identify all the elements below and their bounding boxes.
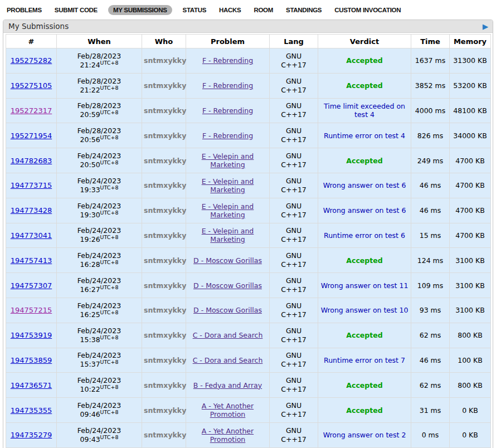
submission-id-link[interactable]: 194757307 xyxy=(11,281,52,290)
nav-item-submit-code[interactable]: SUBMIT CODE xyxy=(52,5,100,15)
problem-link[interactable]: F - Rebrending xyxy=(202,132,253,140)
submission-id-link[interactable]: 194735355 xyxy=(11,406,52,415)
submission-exec-time: 62 ms xyxy=(411,373,450,398)
submission-exec-time: 93 ms xyxy=(411,298,450,323)
submission-id-link[interactable]: 194753859 xyxy=(11,356,52,364)
contest-nav: PROBLEMS SUBMIT CODE MY SUBMISSIONS STAT… xyxy=(0,0,496,18)
table-row: 194757413Feb/24/202316:28UTC+8sntmxykkyD… xyxy=(6,248,491,273)
submission-when: Feb/24/202319:33UTC+8 xyxy=(57,173,142,198)
nav-item-my-submissions[interactable]: MY SUBMISSIONS xyxy=(108,5,172,15)
submission-author: sntmxykky xyxy=(144,206,186,215)
submission-lang: GNUC++17 xyxy=(270,323,318,348)
submission-when: Feb/24/202309:46UTC+8 xyxy=(57,398,142,423)
submission-id-link[interactable]: 194782683 xyxy=(11,157,52,165)
problem-link[interactable]: C - Dora and Search xyxy=(193,356,263,364)
submission-exec-time: 1637 ms xyxy=(411,48,450,74)
submission-memory: 4700 KB xyxy=(450,173,491,198)
submission-lang: GNUC++17 xyxy=(270,198,318,223)
verdict-text: Accepted xyxy=(346,256,382,265)
verdict-text: Time limit exceeded on test 4 xyxy=(324,102,405,119)
problem-link[interactable]: D - Moscow Gorillas xyxy=(193,256,262,265)
column-header-id: # xyxy=(6,35,57,48)
table-row: 194757307Feb/24/202316:27UTC+8sntmxykkyD… xyxy=(6,273,491,298)
submission-exec-time: 3852 ms xyxy=(411,73,450,98)
verdict-text: Accepted xyxy=(346,56,382,65)
submission-when: Feb/24/202316:27UTC+8 xyxy=(57,273,142,298)
submission-when: Feb/24/202316:25UTC+8 xyxy=(57,298,142,323)
submission-id-link[interactable]: 195271954 xyxy=(11,132,52,140)
submission-id-link[interactable]: 194736571 xyxy=(11,381,52,389)
submission-exec-time: 15 ms xyxy=(411,223,450,248)
nav-item-hacks[interactable]: HACKS xyxy=(217,5,243,15)
verdict-text: Runtime error on test 7 xyxy=(324,356,405,364)
problem-link[interactable]: C - Dora and Search xyxy=(193,331,263,339)
table-header-row: # When Who Problem Lang Verdict Time Mem… xyxy=(6,35,491,48)
timezone-label: UTC+8 xyxy=(100,60,119,66)
problem-link[interactable]: E - Velepin and Marketing xyxy=(202,227,254,244)
submission-id-link[interactable]: 195275105 xyxy=(11,81,52,90)
nav-item-standings[interactable]: STANDINGS xyxy=(284,5,324,15)
submission-when: Feb/28/202320:59UTC+8 xyxy=(57,98,142,123)
submission-memory: 34000 KB xyxy=(450,123,491,148)
nav-item-status[interactable]: STATUS xyxy=(181,5,209,15)
submission-exec-time: 826 ms xyxy=(411,123,450,148)
problem-link[interactable]: A - Yet Another Promotion xyxy=(202,402,254,418)
timezone-label: UTC+8 xyxy=(100,334,119,340)
table-row: 194735355Feb/24/202309:46UTC+8sntmxykkyA… xyxy=(6,398,491,423)
page-title: My Submissions xyxy=(8,20,69,33)
problem-link[interactable]: E - Velepin and Marketing xyxy=(202,152,254,169)
submission-when: Feb/24/202315:38UTC+8 xyxy=(57,323,142,348)
problem-link[interactable]: B - Fedya and Array xyxy=(193,381,262,389)
table-row: 195275105Feb/28/202321:22UTC+8sntmxykkyF… xyxy=(6,73,491,98)
submission-lang: GNUC++17 xyxy=(270,223,318,248)
collapse-arrow-icon[interactable]: ▶ xyxy=(483,23,488,30)
submission-author: sntmxykky xyxy=(144,306,186,314)
submission-exec-time: 31 ms xyxy=(411,398,450,423)
problem-link[interactable]: A - Yet Another Promotion xyxy=(202,427,254,444)
submission-memory: 31300 KB xyxy=(450,48,491,74)
submission-id-link[interactable]: 194735279 xyxy=(11,431,52,439)
submission-id-link[interactable]: 194773041 xyxy=(11,231,52,240)
submission-lang: GNUC++17 xyxy=(270,373,318,398)
table-row: 194735279Feb/24/202309:43UTC+8sntmxykkyA… xyxy=(6,422,491,447)
nav-item-problems[interactable]: PROBLEMS xyxy=(4,5,44,15)
submission-author: sntmxykky xyxy=(144,56,186,65)
submission-id-link[interactable]: 195275282 xyxy=(11,56,52,65)
problem-link[interactable]: E - Velepin and Marketing xyxy=(202,177,254,194)
nav-item-room[interactable]: ROOM xyxy=(251,5,275,15)
submission-when: Feb/28/202321:22UTC+8 xyxy=(57,73,142,98)
table-row: 194773041Feb/24/202319:26UTC+8sntmxykkyE… xyxy=(6,223,491,248)
submission-id-link[interactable]: 194753919 xyxy=(11,331,52,339)
table-row: 194773428Feb/24/202319:30UTC+8sntmxykkyE… xyxy=(6,198,491,223)
table-row: 194736571Feb/24/202310:22UTC+8sntmxykkyB… xyxy=(6,373,491,398)
problem-link[interactable]: F - Rebrending xyxy=(202,81,253,90)
submission-id-link[interactable]: 195272317 xyxy=(11,106,52,115)
table-row: 194773715Feb/24/202319:33UTC+8sntmxykkyE… xyxy=(6,173,491,198)
verdict-text: Accepted xyxy=(346,157,382,165)
submission-id-link[interactable]: 194773715 xyxy=(11,181,52,189)
submission-author: sntmxykky xyxy=(144,356,186,364)
submission-exec-time: 46 ms xyxy=(411,173,450,198)
problem-link[interactable]: E - Velepin and Marketing xyxy=(202,202,254,219)
nav-item-custom-invocation[interactable]: CUSTOM INVOCATION xyxy=(332,5,403,15)
submission-when: Feb/24/202310:22UTC+8 xyxy=(57,373,142,398)
table-row: 194753859Feb/24/202315:37UTC+8sntmxykkyC… xyxy=(6,348,491,373)
verdict-text: Accepted xyxy=(346,381,382,389)
problem-link[interactable]: D - Moscow Gorillas xyxy=(193,306,262,314)
submission-id-link[interactable]: 194757413 xyxy=(11,256,52,265)
submission-when: Feb/24/202316:28UTC+8 xyxy=(57,248,142,273)
table-row: 194753919Feb/24/202315:38UTC+8sntmxykkyC… xyxy=(6,323,491,348)
submission-author: sntmxykky xyxy=(144,281,186,290)
submission-memory: 800 KB xyxy=(450,373,491,398)
timezone-label: UTC+8 xyxy=(100,359,119,365)
submission-exec-time: 0 ms xyxy=(411,422,450,447)
submission-id-link[interactable]: 194773428 xyxy=(11,206,52,215)
submission-author: sntmxykky xyxy=(144,431,186,439)
submissions-table: # When Who Problem Lang Verdict Time Mem… xyxy=(6,34,491,448)
submission-id-link[interactable]: 194757215 xyxy=(11,306,52,314)
problem-link[interactable]: D - Moscow Gorillas xyxy=(193,281,262,290)
problem-link[interactable]: F - Rebrending xyxy=(202,56,253,65)
problem-link[interactable]: F - Rebrending xyxy=(202,106,253,115)
submission-exec-time: 62 ms xyxy=(411,323,450,348)
my-submissions-panel: My Submissions ▶ # When Who Problem Lang… xyxy=(3,20,493,448)
